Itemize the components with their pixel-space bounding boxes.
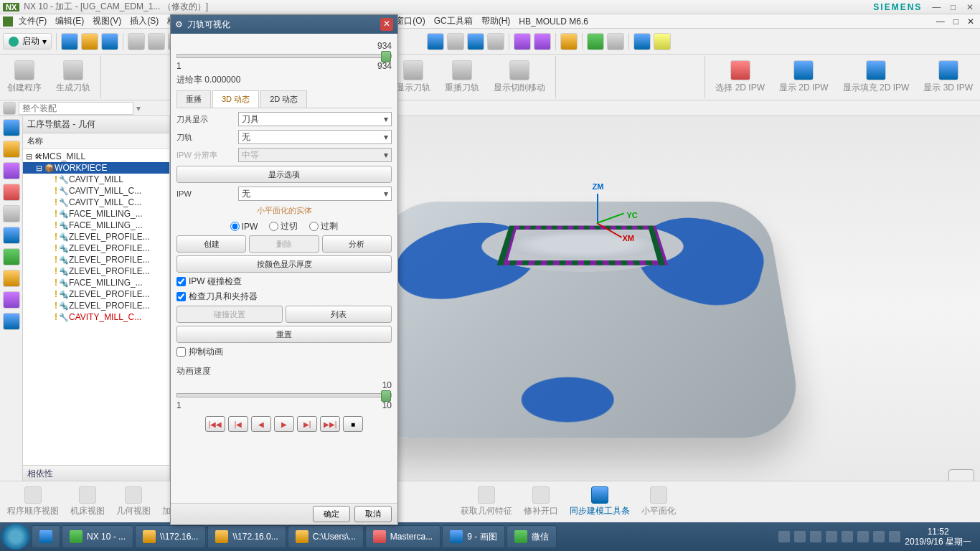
play-forward-button[interactable]: ▶ bbox=[274, 416, 294, 432]
menu-help[interactable]: 帮助(H) bbox=[479, 15, 514, 27]
ribbon-show-3d-ipw[interactable]: 显示 3D IPW bbox=[919, 56, 977, 98]
btm-patch-opening[interactable]: 修补开口 bbox=[521, 486, 561, 517]
create-button[interactable]: 创建 bbox=[176, 235, 246, 253]
tray-icon[interactable] bbox=[794, 531, 806, 542]
close-button[interactable]: ✕ bbox=[963, 2, 977, 12]
taskbar-paint[interactable]: 9 - 画图 bbox=[442, 525, 504, 548]
side-history-icon[interactable] bbox=[3, 227, 20, 244]
menu-view[interactable]: 视图(V) bbox=[90, 15, 124, 27]
tray-icon[interactable] bbox=[778, 531, 790, 542]
tool-display-select[interactable]: 刀具▾ bbox=[238, 112, 392, 126]
system-tray[interactable]: 11:52 2019/9/16 星期一 bbox=[778, 527, 979, 547]
start-button[interactable] bbox=[1, 524, 30, 550]
tree-op-7[interactable]: !🔩 ZLEVEL_PROFILE... bbox=[23, 254, 169, 265]
taskbar-ie[interactable] bbox=[32, 525, 60, 548]
ribbon-gen-path[interactable]: 生成刀轨 bbox=[52, 56, 95, 98]
side-reuse-icon[interactable] bbox=[3, 205, 20, 222]
taskbar-wechat[interactable]: 微信 bbox=[507, 525, 557, 548]
show-options-button[interactable]: 显示选项 bbox=[176, 166, 392, 183]
play-last-button[interactable]: ▶▶| bbox=[320, 416, 340, 432]
doc-restore-button[interactable]: □ bbox=[951, 17, 961, 27]
tool-layer[interactable] bbox=[514, 33, 531, 50]
ribbon-show-2d-ipw[interactable]: 显示 2D IPW bbox=[775, 56, 833, 98]
tray-icon[interactable] bbox=[873, 531, 885, 542]
path-select[interactable]: 无▾ bbox=[238, 130, 392, 144]
menu-edit[interactable]: 编辑(E) bbox=[52, 15, 87, 27]
tool-layer-visible[interactable] bbox=[534, 33, 551, 50]
tab-2d-dynamic[interactable]: 2D 动态 bbox=[260, 90, 307, 108]
tree-workpiece[interactable]: ⊟ 📦 WORKPIECE bbox=[23, 162, 169, 174]
taskbar-folder3[interactable]: C:\Users\... bbox=[288, 525, 364, 548]
tool-fit[interactable] bbox=[427, 33, 444, 50]
ipw-collision-checkbox[interactable] bbox=[176, 277, 186, 286]
btm-machine-view[interactable]: 机床视图 bbox=[67, 486, 108, 517]
frame-slider[interactable] bbox=[176, 54, 392, 58]
taskbar-folder2[interactable]: \\172.16.0... bbox=[207, 525, 286, 548]
tray-icon[interactable] bbox=[826, 531, 837, 542]
assembly-filter-input[interactable] bbox=[19, 102, 133, 115]
analyze-button[interactable]: 分析 bbox=[322, 235, 392, 253]
suppress-anim-checkbox[interactable] bbox=[176, 347, 186, 357]
tool-copy[interactable] bbox=[148, 33, 165, 50]
reset-button[interactable]: 重置 bbox=[176, 326, 392, 343]
tool-record[interactable] bbox=[607, 33, 624, 50]
side-system-icon[interactable] bbox=[3, 291, 20, 309]
side-help-icon[interactable] bbox=[3, 313, 20, 330]
side-assembly-icon[interactable] bbox=[3, 162, 20, 179]
tray-icon[interactable] bbox=[810, 531, 821, 542]
tool-zoom[interactable] bbox=[447, 33, 464, 50]
minimize-button[interactable]: — bbox=[929, 2, 943, 12]
play-first-button[interactable]: |◀◀ bbox=[205, 416, 225, 432]
btm-get-feature[interactable]: 获取几何特征 bbox=[458, 486, 515, 517]
tree-op-9[interactable]: !🔩 FACE_MILLING_... bbox=[23, 277, 169, 288]
tool-new[interactable] bbox=[61, 33, 78, 50]
side-part-icon[interactable] bbox=[3, 141, 20, 158]
doc-minimize-button[interactable]: — bbox=[933, 17, 948, 27]
check-tool-holder-checkbox[interactable] bbox=[176, 292, 186, 301]
btm-program-view[interactable]: 程序顺序视图 bbox=[4, 486, 62, 517]
taskbar-nx[interactable]: NX 10 - ... bbox=[62, 525, 133, 548]
radio-excess[interactable]: 过剩 bbox=[309, 220, 338, 232]
tab-3d-dynamic[interactable]: 3D 动态 bbox=[212, 90, 259, 108]
tree-op-5[interactable]: !🔩 ZLEVEL_PROFILE... bbox=[23, 231, 169, 242]
doc-close-button[interactable]: ✕ bbox=[964, 17, 977, 27]
menu-gc-toolbox[interactable]: GC工具箱 bbox=[431, 15, 476, 27]
tree-root-mcs[interactable]: ⊟ 🛠 MCS_MILL bbox=[23, 151, 169, 162]
play-back-button[interactable]: ◀ bbox=[251, 416, 271, 432]
tray-icon[interactable] bbox=[857, 531, 869, 542]
show-thickness-button[interactable]: 按颜色显示厚度 bbox=[176, 255, 392, 273]
tree-op-0[interactable]: !🔧 CAVITY_MILL bbox=[23, 174, 169, 185]
btm-facet[interactable]: 小平面化 bbox=[639, 486, 679, 517]
play-stop-button[interactable]: ■ bbox=[343, 416, 363, 432]
tool-ruler[interactable] bbox=[654, 33, 671, 50]
ok-button[interactable]: 确定 bbox=[313, 506, 350, 522]
radio-gouge[interactable]: 过切 bbox=[269, 220, 298, 232]
ribbon-show-path[interactable]: 显示刀轨 bbox=[392, 56, 435, 98]
filter-icon[interactable] bbox=[3, 102, 16, 115]
anim-speed-slider[interactable] bbox=[176, 393, 392, 397]
tree-op-2[interactable]: !🔧 CAVITY_MILL_C... bbox=[23, 197, 169, 208]
ribbon-show-fill-2d-ipw[interactable]: 显示填充 2D IPW bbox=[839, 56, 914, 98]
btm-sync-modeling[interactable]: 同步建模工具条 bbox=[567, 486, 633, 517]
ribbon-replay-path[interactable]: 重播刀轨 bbox=[440, 56, 484, 98]
tool-open[interactable] bbox=[81, 33, 98, 50]
tool-cut[interactable] bbox=[128, 33, 145, 50]
cancel-button[interactable]: 取消 bbox=[354, 506, 392, 522]
start-menu-button[interactable]: 启动 ▾ bbox=[3, 33, 52, 50]
tree-op-3[interactable]: !🔩 FACE_MILLING_... bbox=[23, 208, 169, 220]
side-roles-icon[interactable] bbox=[3, 270, 20, 287]
menu-hb-mould[interactable]: HB_MOULD M6.6 bbox=[516, 17, 591, 27]
tool-save[interactable] bbox=[101, 33, 118, 50]
taskbar-folder1[interactable]: \\172.16... bbox=[135, 525, 206, 548]
ribbon-create-program[interactable]: 创建程序 bbox=[3, 56, 46, 98]
tool-shade[interactable] bbox=[467, 33, 484, 50]
list-button[interactable]: 列表 bbox=[286, 306, 392, 323]
side-constraint-icon[interactable] bbox=[3, 184, 20, 201]
maximize-button[interactable]: □ bbox=[946, 2, 961, 12]
tree-op-8[interactable]: !🔩 ZLEVEL_PROFILE... bbox=[23, 265, 169, 277]
play-prev-button[interactable]: |◀ bbox=[228, 416, 248, 432]
ipw-select[interactable]: 无▾ bbox=[238, 187, 392, 201]
tray-icon[interactable] bbox=[889, 531, 900, 542]
menu-file[interactable]: 文件(F) bbox=[16, 15, 50, 27]
dialog-titlebar[interactable]: ⚙ 刀轨可视化 ✕ bbox=[171, 15, 397, 34]
